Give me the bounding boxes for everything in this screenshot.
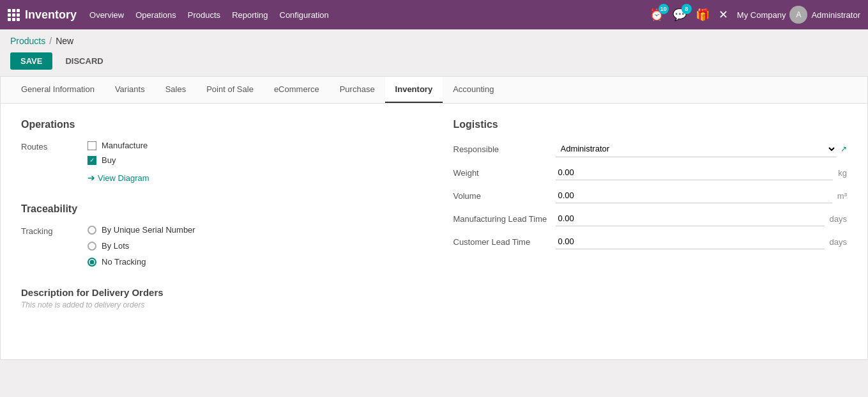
- delivery-description-section: Description for Delivery Orders This not…: [21, 287, 415, 309]
- breadcrumb: Products / New: [0, 29, 868, 49]
- tracking-serial-label: By Unique Serial Number: [102, 225, 195, 235]
- arrow-right-icon: ➔: [88, 173, 95, 183]
- two-column-layout: Operations Routes Manufacture: [21, 119, 847, 309]
- tracking-none-label: No Tracking: [102, 257, 146, 267]
- tracking-label: Tracking: [21, 225, 72, 267]
- navbar-right: ⏰ 10 💬 8 🎁 ✕ My Company A Administrator: [650, 6, 860, 24]
- mfg-lead-label: Manufacturing Lead Time: [453, 214, 556, 224]
- action-bar: SAVE DISCARD: [0, 49, 868, 76]
- buy-label: Buy: [102, 155, 116, 165]
- user-name: Administrator: [811, 10, 860, 20]
- tab-ecommerce[interactable]: eCommerce: [264, 77, 330, 103]
- responsible-select[interactable]: Administrator: [556, 141, 837, 157]
- mfg-lead-unit: days: [830, 214, 847, 224]
- nav-configuration[interactable]: Configuration: [280, 8, 329, 22]
- weight-input[interactable]: [556, 165, 834, 180]
- tabs: General Information Variants Sales Point…: [1, 77, 867, 104]
- tracking-serial-row: By Unique Serial Number: [88, 225, 195, 235]
- mfg-lead-row: Manufacturing Lead Time days: [453, 211, 848, 226]
- routes-section: Routes Manufacture Buy: [21, 141, 415, 183]
- tab-purchase[interactable]: Purchase: [330, 77, 385, 103]
- navbar: Inventory Overview Operations Products R…: [0, 0, 868, 29]
- responsible-row: Responsible Administrator ↗: [453, 141, 848, 157]
- operations-title: Operations: [21, 119, 415, 130]
- save-button[interactable]: SAVE: [10, 52, 52, 70]
- avatar[interactable]: A: [789, 6, 807, 24]
- view-diagram-label: View Diagram: [98, 173, 149, 183]
- activities-badge: 10: [659, 4, 669, 14]
- traceability-title: Traceability: [21, 203, 415, 215]
- buy-checkbox[interactable]: [88, 156, 96, 165]
- tracking-none-radio[interactable]: [88, 258, 96, 267]
- grid-icon[interactable]: [8, 9, 20, 21]
- tracking-lots-radio[interactable]: [88, 242, 96, 251]
- weight-unit: kg: [838, 168, 847, 178]
- breadcrumb-separator: /: [49, 36, 52, 46]
- logistics-section: Logistics Responsible Administrator ↗: [453, 119, 848, 309]
- tab-inventory[interactable]: Inventory: [385, 77, 443, 103]
- activities-icon[interactable]: ⏰ 10: [650, 8, 664, 22]
- routes-options: Manufacture Buy ➔ View Diagram: [88, 141, 149, 183]
- company-name: My Company: [737, 10, 786, 20]
- nav-reporting[interactable]: Reporting: [232, 8, 268, 22]
- breadcrumb-parent[interactable]: Products: [10, 36, 45, 46]
- tab-point-of-sale[interactable]: Point of Sale: [196, 77, 264, 103]
- customer-lead-unit: days: [830, 237, 847, 247]
- volume-row: Volume m³: [453, 188, 848, 203]
- tracking-none-row: No Tracking: [88, 257, 195, 267]
- operations-section: Operations Routes Manufacture: [21, 119, 415, 309]
- volume-unit: m³: [837, 191, 847, 201]
- messages-icon[interactable]: 💬 8: [673, 8, 687, 22]
- app-brand: Inventory: [8, 8, 77, 22]
- tab-general-information[interactable]: General Information: [11, 77, 105, 103]
- main-content: Products / New SAVE DISCARD General Info…: [0, 29, 868, 397]
- responsible-label: Responsible: [453, 144, 556, 154]
- nav-products[interactable]: Products: [188, 8, 220, 22]
- tab-sales[interactable]: Sales: [155, 77, 197, 103]
- external-link-icon[interactable]: ↗: [841, 144, 847, 153]
- main-nav: Overview Operations Products Reporting C…: [89, 8, 637, 22]
- manufacture-row: Manufacture: [88, 141, 149, 150]
- nav-operations[interactable]: Operations: [135, 8, 176, 22]
- tab-variants[interactable]: Variants: [105, 77, 155, 103]
- view-diagram-link[interactable]: ➔ View Diagram: [88, 173, 149, 183]
- customer-lead-label: Customer Lead Time: [453, 237, 556, 247]
- delivery-note: This note is added to delivery orders: [21, 300, 415, 309]
- customer-lead-input[interactable]: [556, 234, 825, 249]
- tab-accounting[interactable]: Accounting: [443, 77, 504, 103]
- traceability-section: Traceability Tracking By Unique Serial N…: [21, 203, 415, 267]
- gift-icon[interactable]: 🎁: [696, 8, 710, 22]
- volume-input[interactable]: [556, 188, 832, 203]
- responsible-select-wrap: Administrator ↗: [556, 141, 848, 157]
- routes-label: Routes: [21, 141, 72, 183]
- logistics-title: Logistics: [453, 119, 848, 130]
- weight-row: Weight kg: [453, 165, 848, 180]
- manufacture-checkbox[interactable]: [88, 141, 96, 150]
- manufacture-label: Manufacture: [102, 141, 148, 150]
- weight-label: Weight: [453, 168, 556, 178]
- app-name: Inventory: [25, 8, 77, 22]
- tracking-lots-row: By Lots: [88, 241, 195, 251]
- breadcrumb-current: New: [56, 36, 73, 46]
- messages-badge: 8: [681, 4, 692, 14]
- close-icon[interactable]: ✕: [719, 8, 728, 22]
- mfg-lead-input[interactable]: [556, 211, 825, 226]
- tab-container: General Information Variants Sales Point…: [0, 76, 868, 360]
- delivery-title: Description for Delivery Orders: [21, 287, 415, 298]
- buy-row: Buy: [88, 155, 149, 165]
- tracking-serial-radio[interactable]: [88, 226, 96, 235]
- tracking-row: Tracking By Unique Serial Number By Lots: [21, 225, 415, 267]
- volume-label: Volume: [453, 191, 556, 201]
- company-user: My Company A Administrator: [737, 6, 860, 24]
- tracking-lots-label: By Lots: [102, 241, 129, 251]
- tracking-options: By Unique Serial Number By Lots No Track: [88, 225, 195, 267]
- discard-button[interactable]: DISCARD: [57, 52, 110, 70]
- nav-overview[interactable]: Overview: [89, 8, 124, 22]
- customer-lead-row: Customer Lead Time days: [453, 234, 848, 249]
- tab-content: Operations Routes Manufacture: [1, 104, 867, 359]
